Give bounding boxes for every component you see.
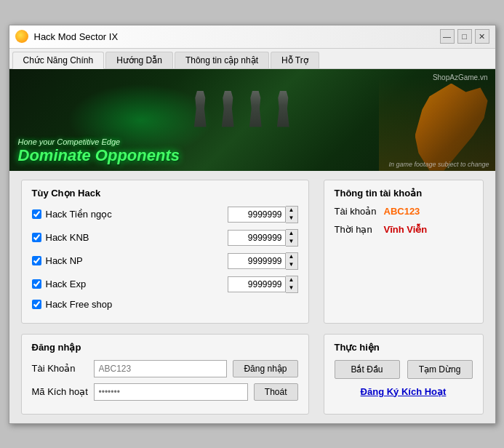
login-username-input[interactable]: [94, 360, 228, 377]
main-window: Hack Mod Sector IX — □ ✕ Chức Năng Chính…: [9, 25, 496, 424]
close-button[interactable]: ✕: [475, 29, 489, 44]
banner-disclaimer: In game footage subject to change: [388, 161, 489, 168]
top-section: Tùy Chọn Hack Hack Tiền ngọc ▲ ▼ Hack KN: [21, 180, 484, 324]
hack-free-shop-checkbox[interactable]: [32, 300, 41, 309]
hack-tien-ngoc-spinbox-btns: ▲ ▼: [286, 206, 298, 223]
hack-tien-ngoc-spinbox: ▲ ▼: [228, 206, 298, 223]
soldier-1: [190, 91, 210, 127]
soldier-3: [245, 91, 265, 127]
soldier-4: [273, 91, 293, 127]
hack-knb-spinbox: ▲ ▼: [228, 229, 298, 247]
hack-knb-input[interactable]: [228, 230, 286, 246]
hack-row-exp: Hack Exp ▲ ▼: [32, 276, 298, 293]
hack-tien-ngoc-up[interactable]: ▲: [286, 207, 297, 215]
hack-np-label: Hack NP: [46, 255, 220, 266]
account-info-title: Thông tin tài khoản: [335, 188, 473, 199]
account-info-panel: Thông tin tài khoản Tài khoản ABC123 Thờ…: [324, 180, 484, 324]
account-info-username-value: ABC123: [384, 206, 420, 217]
tab-support[interactable]: Hỗ Trợ: [271, 52, 319, 68]
register-link[interactable]: Đăng Ký Kích Hoạt: [335, 386, 473, 397]
account-info-expiry-row: Thời hạn Vĩnh Viễn: [335, 224, 473, 235]
hack-tien-ngoc-label: Hack Tiền ngọc: [46, 209, 220, 220]
hack-tien-ngoc-checkbox[interactable]: [32, 209, 41, 219]
account-info-username-label: Tài khoản: [335, 206, 378, 217]
tab-bar: Chức Năng Chính Hướng Dẫn Thông tin cập …: [9, 49, 495, 69]
window-controls: — □ ✕: [440, 29, 489, 44]
tab-guide[interactable]: Hướng Dẫn: [105, 52, 173, 68]
title-bar: Hack Mod Sector IX — □ ✕: [9, 25, 495, 49]
main-content: Tùy Chọn Hack Hack Tiền ngọc ▲ ▼ Hack KN: [9, 171, 495, 423]
hack-exp-up[interactable]: ▲: [286, 276, 297, 284]
tab-main[interactable]: Chức Năng Chính: [12, 52, 105, 69]
banner: ShopAzGame.vn Hone your Competitive Edge…: [9, 69, 495, 171]
account-info-expiry-label: Thời hạn: [335, 224, 378, 235]
hack-row-np: Hack NP ▲ ▼: [32, 252, 298, 270]
hack-knb-checkbox[interactable]: [32, 233, 41, 242]
account-info-expiry-value: Vĩnh Viễn: [384, 224, 428, 235]
hack-knb-label: Hack KNB: [46, 232, 220, 243]
login-username-row: Tài Khoản Đăng nhập: [32, 360, 298, 377]
hack-exp-spinbox-btns: ▲ ▼: [286, 276, 298, 293]
tab-update[interactable]: Thông tin cập nhật: [175, 52, 269, 68]
hack-exp-checkbox[interactable]: [32, 279, 41, 289]
banner-soldiers: [190, 91, 293, 127]
banner-title: Dominate Opponents: [18, 146, 180, 165]
login-password-row: Mã Kích hoạt Thoát: [32, 383, 298, 401]
account-info-username-row: Tài khoản ABC123: [335, 206, 473, 217]
hack-tien-ngoc-input[interactable]: [228, 207, 286, 223]
hack-knb-spinbox-btns: ▲ ▼: [286, 229, 298, 247]
hack-exp-input[interactable]: [228, 276, 286, 292]
minimize-button[interactable]: —: [440, 29, 455, 44]
hack-row-free-shop: Hack Free shop: [32, 299, 298, 310]
hack-np-spinbox-btns: ▲ ▼: [286, 252, 298, 270]
window-title: Hack Mod Sector IX: [34, 31, 440, 42]
bottom-section: Đăng nhập Tài Khoản Đăng nhập Mã Kích ho…: [21, 334, 484, 415]
action-panel: Thực hiện Bắt Đầu Tạm Dừng Đăng Ký Kích …: [324, 334, 484, 415]
hack-exp-down[interactable]: ▼: [286, 284, 297, 292]
action-buttons: Bắt Đầu Tạm Dừng: [335, 360, 473, 379]
hack-np-up[interactable]: ▲: [286, 253, 297, 261]
hack-np-down[interactable]: ▼: [286, 261, 297, 269]
hack-tien-ngoc-down[interactable]: ▼: [286, 215, 297, 223]
login-panel: Đăng nhập Tài Khoản Đăng nhập Mã Kích ho…: [21, 334, 309, 415]
hack-options-title: Tùy Chọn Hack: [32, 188, 298, 199]
soldier-2: [217, 91, 238, 127]
login-password-input[interactable]: [94, 383, 248, 401]
login-password-label: Mã Kích hoạt: [32, 386, 94, 397]
start-button[interactable]: Bắt Đầu: [335, 360, 400, 379]
hack-exp-label: Hack Exp: [46, 279, 220, 289]
hack-np-spinbox: ▲ ▼: [228, 252, 298, 270]
banner-character: [379, 76, 495, 171]
hack-exp-spinbox: ▲ ▼: [228, 276, 298, 293]
maximize-button[interactable]: □: [457, 29, 472, 44]
hack-free-shop-label: Hack Free shop: [46, 299, 298, 310]
exit-button[interactable]: Thoát: [254, 383, 298, 401]
app-icon: [15, 30, 28, 43]
pause-button[interactable]: Tạm Dừng: [407, 360, 473, 379]
banner-subtitle: Hone your Competitive Edge: [18, 137, 180, 146]
banner-watermark: ShopAzGame.vn: [433, 73, 488, 81]
hack-row-tien-ngoc: Hack Tiền ngọc ▲ ▼: [32, 206, 298, 223]
banner-text: Hone your Competitive Edge Dominate Oppo…: [18, 137, 180, 165]
hack-np-input[interactable]: [228, 253, 286, 269]
login-button[interactable]: Đăng nhập: [233, 360, 297, 377]
hack-np-checkbox[interactable]: [32, 256, 41, 265]
login-title: Đăng nhập: [32, 342, 298, 353]
hack-knb-down[interactable]: ▼: [286, 238, 297, 246]
login-username-label: Tài Khoản: [32, 363, 94, 374]
hack-knb-up[interactable]: ▲: [286, 230, 297, 238]
hack-options-panel: Tùy Chọn Hack Hack Tiền ngọc ▲ ▼ Hack KN: [21, 180, 309, 324]
hack-row-knb: Hack KNB ▲ ▼: [32, 229, 298, 247]
action-title: Thực hiện: [335, 342, 473, 353]
